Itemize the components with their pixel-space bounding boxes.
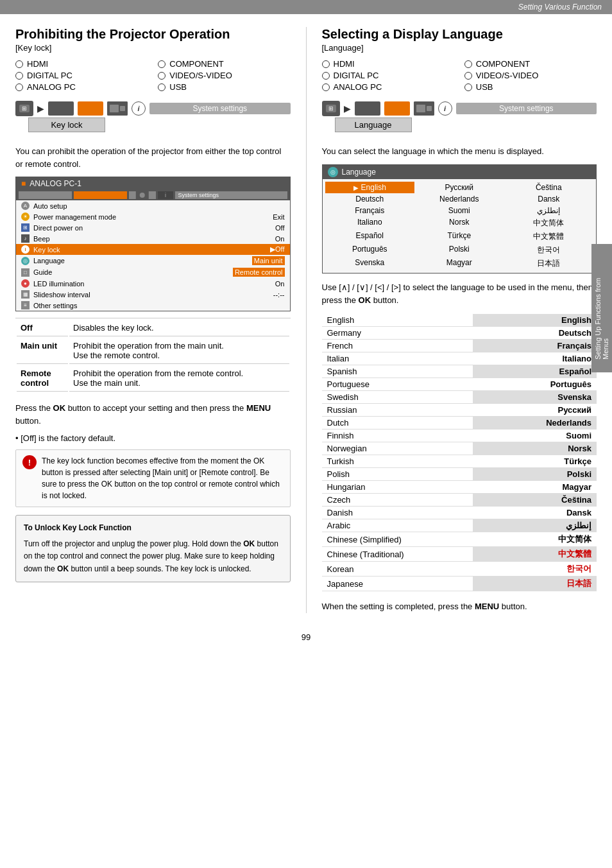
input-usb: USB xyxy=(158,82,290,92)
mini-block-4: i xyxy=(158,191,174,199)
option-key-main: Main unit xyxy=(17,338,68,364)
page-header: Setting Various Function xyxy=(0,0,612,14)
r-radio-usb xyxy=(464,83,472,91)
r-radio-hdmi xyxy=(322,60,330,68)
side-label: Setting Up Functions from Menus xyxy=(591,244,612,372)
menu-icon-left: ⊞ xyxy=(15,101,33,116)
r-input-hdmi: HDMI xyxy=(322,59,454,69)
input-hdmi: HDMI xyxy=(15,59,148,69)
lang-cell-french: Français xyxy=(325,205,415,216)
r-radio-analog-pc xyxy=(322,83,330,91)
lang-cell-deutsch: Deutsch xyxy=(325,193,415,205)
val-guide: Remote control xyxy=(233,268,285,277)
radio-hdmi xyxy=(15,60,23,68)
left-desc: You can prohibit the operation of the pr… xyxy=(15,145,291,170)
lang-row-russian: RussianРусский xyxy=(322,404,597,417)
lang-row-polish: PolishPolski xyxy=(322,468,597,481)
radio-video-svideo xyxy=(158,72,166,80)
svg-text:⊞: ⊞ xyxy=(328,105,334,112)
screen-item-direct: ⊞ Direct power on Off xyxy=(16,222,290,233)
lang-row-swedish: SwedishSvenska xyxy=(322,391,597,404)
right-section: Selecting a Display Language [Language] … xyxy=(306,27,597,613)
val-led: On xyxy=(275,280,285,288)
input-component: COMPONENT xyxy=(158,59,290,69)
lang-cell-spanish: Español xyxy=(325,230,415,243)
option-desc-main: Prohibit the operation from the main uni… xyxy=(69,338,289,364)
svg-text:⊞: ⊞ xyxy=(22,105,27,112)
screen-item-beep: ♪ Beep On xyxy=(16,233,290,244)
val-language: Main unit xyxy=(252,256,285,265)
screen-item-slideshow: ▦ Slideshow interval --:-- xyxy=(16,289,290,300)
input-digital-pc: DIGITAL PC xyxy=(15,71,148,80)
lang-cell-japanese: 日本語 xyxy=(504,257,594,270)
lang-table: EnglishEnglish GermanyDeutsch FrenchFran… xyxy=(322,314,597,591)
menu-block-2 xyxy=(78,101,103,116)
mini-block-1 xyxy=(19,191,72,199)
option-row-main: Main unit Prohibit the operation from th… xyxy=(17,338,289,364)
icon-keylock: i xyxy=(21,245,30,254)
menu-info-right: i xyxy=(438,101,452,116)
menu-nav-right: ⊞ ▶ i System settings xyxy=(322,101,597,116)
screen-item-language: ◎ Language Main unit xyxy=(16,255,290,266)
r-input-digital-pc: DIGITAL PC xyxy=(322,71,454,80)
screen-item-auto: A Auto setup xyxy=(16,200,290,211)
note-text: The key lock function becomes effective … xyxy=(42,455,284,501)
lang-row-zh-simp: Chinese (Simplified)中文简体 xyxy=(322,532,597,547)
lang-row-french: FrenchFrançais xyxy=(322,340,597,352)
lang-grid: ◎ Language ▶English Русский Čeština Deut… xyxy=(322,164,597,273)
option-row-remote: Remotecontrol Prohibit the operation fro… xyxy=(17,365,289,392)
screen-item-keylock: i Key lock ▶Off xyxy=(16,244,290,255)
menu-info-left: i xyxy=(132,101,146,116)
lang-cell-korean: 한국어 xyxy=(504,243,594,257)
icon-led: ● xyxy=(21,279,30,288)
lang-cell-dutch: Nederlands xyxy=(414,193,504,205)
press-ok-text: Press the OK button to accept your setti… xyxy=(15,402,291,427)
val-keylock: ▶Off xyxy=(270,245,284,254)
lang-cell-russian: Русский xyxy=(414,182,504,193)
screen-item-power: ☀ Power management mode Exit xyxy=(16,211,290,222)
screen-item-other: ≡ Other settings xyxy=(16,300,290,311)
lang-row-germany: GermanyDeutsch xyxy=(322,327,597,340)
option-desc-remote: Prohibit the operation from the remote c… xyxy=(69,365,289,392)
lang-use-text: Use [∧] / [∨] / [<] / [>] to select the … xyxy=(322,281,597,308)
lang-grid-body: ▶English Русский Čeština Deutsch Nederla… xyxy=(323,179,597,273)
icon-slideshow: ▦ xyxy=(21,290,30,299)
options-table: Off Disables the key lock. Main unit Pro… xyxy=(15,318,291,393)
lang-row-norwegian: NorwegianNorsk xyxy=(322,442,597,455)
screen-item-guide: □ Guide Remote control xyxy=(16,266,290,278)
option-row-off: Off Disables the key lock. xyxy=(17,320,289,336)
right-desc: You can select the language in which the… xyxy=(322,145,597,158)
lang-row-zh-trad: Chinese (Traditional)中文繁體 xyxy=(322,547,597,562)
mini-block-2 xyxy=(74,191,127,199)
factory-default-text: • [Off] is the factory default. xyxy=(15,433,291,443)
screen-item-led: ● LED illumination On xyxy=(16,278,290,289)
r-input-analog-pc: ANALOG PC xyxy=(322,82,454,92)
lang-cell-polish: Polski xyxy=(414,243,504,257)
note-box: ! The key lock function becomes effectiv… xyxy=(15,449,291,507)
icon-power: ☀ xyxy=(21,213,30,221)
lang-cell-danish: Dansk xyxy=(504,193,594,205)
icon-beep: ♪ xyxy=(21,234,30,243)
lang-cell-turkish: Türkçe xyxy=(414,230,504,243)
input-video-svideo: VIDEO/S-VIDEO xyxy=(158,71,290,80)
lang-row-turkish: TurkishTürkçe xyxy=(322,455,597,468)
right-section-title: Selecting a Display Language xyxy=(322,27,597,42)
icon-auto: A xyxy=(21,202,30,210)
left-input-options: HDMI COMPONENT DIGITAL PC VIDEO/S-VIDEO … xyxy=(15,59,291,92)
icon-other: ≡ xyxy=(21,301,30,309)
radio-analog-pc xyxy=(15,83,23,91)
lang-cell-swedish: Svenska xyxy=(325,257,415,270)
menu-arrow-left: ▶ xyxy=(37,103,44,114)
lang-cell-italian: Italiano xyxy=(325,216,415,230)
lang-row-japanese: Japanese日本語 xyxy=(322,577,597,591)
input-analog-pc: ANALOG PC xyxy=(15,82,148,92)
screen-title-bar-left: ■ ANALOG PC-1 xyxy=(16,177,290,190)
val-power: Exit xyxy=(273,213,284,221)
right-submenu-label: Language xyxy=(335,117,412,132)
unlock-text: Turn off the projector and unplug the po… xyxy=(24,538,282,575)
lang-row-arabic: Arabicإنطلزي xyxy=(322,519,597,532)
menu-block-1 xyxy=(48,101,74,116)
val-slideshow: --:-- xyxy=(273,291,285,299)
option-desc-off: Disables the key lock. xyxy=(69,320,289,336)
right-input-options: HDMI COMPONENT DIGITAL PC VIDEO/S-VIDEO … xyxy=(322,59,597,92)
